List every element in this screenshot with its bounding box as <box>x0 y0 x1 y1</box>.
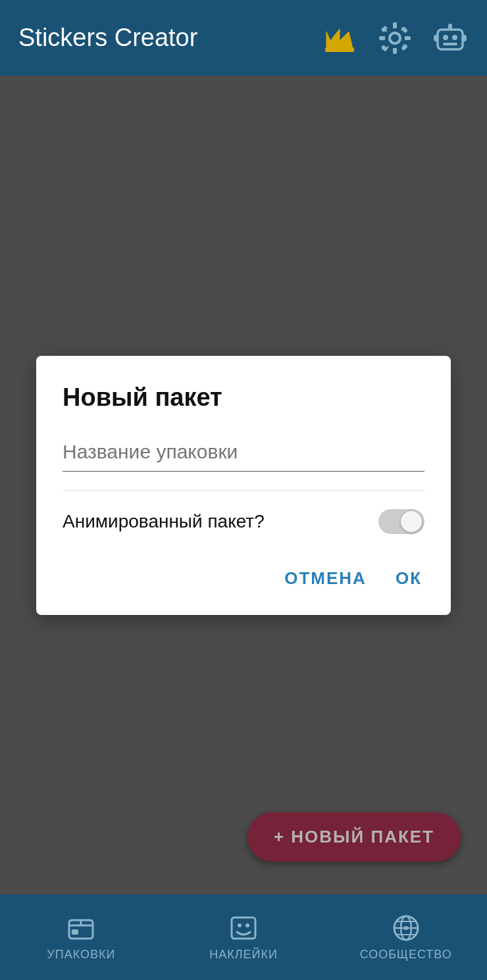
nav-item-packages[interactable]: УПАКОВКИ <box>0 914 163 962</box>
svg-rect-12 <box>438 30 463 49</box>
app-bar-icons <box>321 20 469 57</box>
svg-rect-20 <box>72 929 78 935</box>
toggle-knob <box>401 511 422 532</box>
profile-icon-button[interactable] <box>432 20 469 57</box>
bottom-nav: УПАКОВКИ НАКЛЕЙКИ СООБЩЕСТВО <box>0 894 487 980</box>
svg-point-27 <box>404 926 408 930</box>
animated-toggle[interactable] <box>378 509 424 534</box>
modal-dialog: Новый пакет Анимированный пакет? ОТМЕНА … <box>36 356 451 615</box>
app-title: Stickers Creator <box>18 24 321 52</box>
packages-nav-label: УПАКОВКИ <box>47 948 115 962</box>
crown-icon <box>322 24 357 53</box>
svg-rect-9 <box>401 43 408 51</box>
community-icon <box>392 914 421 943</box>
nav-item-community[interactable]: СООБЩЕСТВО <box>324 914 487 962</box>
stickers-icon <box>229 914 258 943</box>
nav-item-stickers[interactable]: НАКЛЕЙКИ <box>163 914 325 962</box>
svg-rect-18 <box>462 35 467 41</box>
animated-toggle-label: Анимированный пакет? <box>63 511 265 532</box>
app-bar: Stickers Creator <box>0 0 487 76</box>
svg-rect-6 <box>379 36 385 40</box>
modal-actions: ОТМЕНА ОК <box>63 558 424 594</box>
svg-rect-16 <box>448 24 452 30</box>
svg-rect-5 <box>393 48 397 54</box>
svg-rect-15 <box>443 43 457 45</box>
cancel-button[interactable]: ОТМЕНА <box>282 563 369 594</box>
svg-point-14 <box>452 35 457 40</box>
ok-button[interactable]: ОК <box>393 563 424 594</box>
modal-toggle-row: Анимированный пакет? <box>63 509 424 534</box>
svg-rect-4 <box>393 22 397 28</box>
modal-overlay: Новый пакет Анимированный пакет? ОТМЕНА … <box>0 76 487 894</box>
svg-point-22 <box>238 923 242 927</box>
svg-point-3 <box>390 33 400 43</box>
gear-icon <box>378 22 411 55</box>
svg-rect-7 <box>405 36 411 40</box>
main-content: Новый пакет Анимированный пакет? ОТМЕНА … <box>0 76 487 894</box>
modal-title: Новый пакет <box>63 383 424 412</box>
package-name-input[interactable] <box>63 435 424 472</box>
svg-rect-1 <box>325 47 354 52</box>
crown-icon-button[interactable] <box>321 20 358 57</box>
svg-point-13 <box>443 35 448 40</box>
community-nav-label: СООБЩЕСТВО <box>360 948 452 962</box>
svg-point-23 <box>245 923 249 927</box>
modal-divider <box>63 490 424 491</box>
svg-rect-11 <box>381 45 388 52</box>
svg-marker-0 <box>326 29 353 49</box>
robot-icon <box>432 20 468 56</box>
settings-icon-button[interactable] <box>376 20 413 57</box>
packages-icon <box>66 914 95 943</box>
stickers-nav-label: НАКЛЕЙКИ <box>209 948 278 962</box>
svg-rect-17 <box>434 35 438 41</box>
